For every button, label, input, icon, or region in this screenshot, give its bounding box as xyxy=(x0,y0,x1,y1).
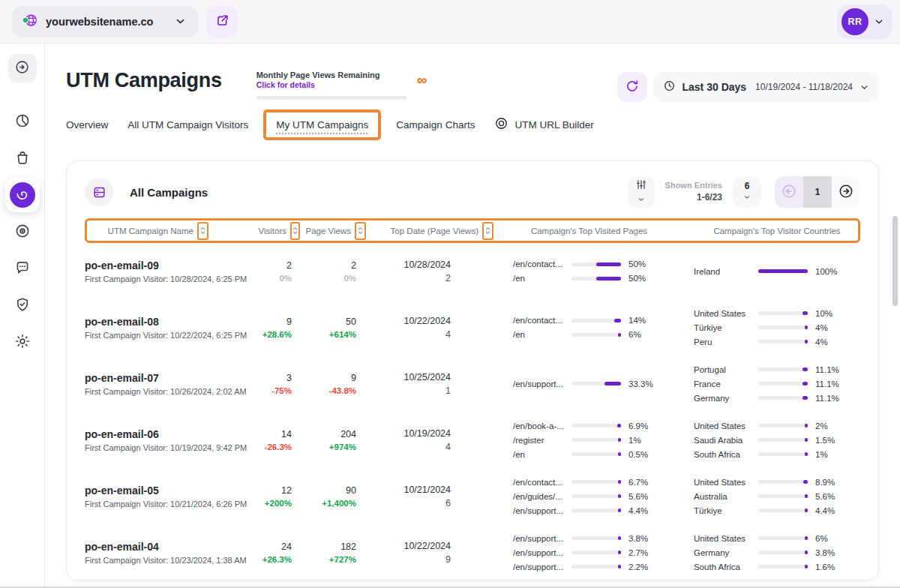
top-date-views: 6 xyxy=(368,498,451,508)
column-filter-button[interactable] xyxy=(628,176,655,208)
page-label: /en/contact... xyxy=(513,478,566,487)
tab-campaign-charts[interactable]: Campaign Charts xyxy=(396,119,475,130)
external-link-icon xyxy=(215,14,230,30)
page-stat-row: /en 6% xyxy=(513,330,661,339)
top-date-views: 1 xyxy=(368,386,451,396)
page-bar-fill xyxy=(618,480,621,484)
page-bar-fill xyxy=(596,262,621,266)
first-campaign-visitor: First Campaign Visitor: 10/19/2024, 9:42… xyxy=(85,443,257,452)
scrollbar-thumb[interactable] xyxy=(892,216,898,306)
country-bar-fill xyxy=(803,480,808,484)
top-pages-cell: /en/support... 3.8% /en/support... 2.7% … xyxy=(492,534,661,572)
sidebar-item-settings[interactable] xyxy=(4,324,40,361)
page-percent: 5.6% xyxy=(628,492,648,501)
sidebar-item-behaviour[interactable] xyxy=(4,177,40,214)
page-bar-track xyxy=(572,262,621,266)
country-percent: 4.4% xyxy=(815,506,835,515)
page-percent: 2.7% xyxy=(628,548,648,557)
page-stat-row: /en 0.5% xyxy=(513,450,661,459)
top-date-views: 4 xyxy=(368,329,451,340)
visitors-count: 9 xyxy=(257,316,292,327)
country-stat-row: Türkiye 4% xyxy=(694,323,860,332)
country-percent: 1.6% xyxy=(815,562,835,572)
page-label: /en/support... xyxy=(513,380,566,388)
top-date: 10/25/2024 xyxy=(368,372,451,382)
chevron-down-icon xyxy=(874,16,884,27)
country-label: Portugal xyxy=(694,365,752,374)
refresh-button[interactable] xyxy=(617,72,647,102)
page-size-selector[interactable]: 6 xyxy=(733,176,761,208)
campaign-name-cell: po-en-email-06 First Campaign Visitor: 1… xyxy=(85,428,257,452)
country-bar-track xyxy=(758,396,808,400)
next-page-button[interactable] xyxy=(832,176,860,208)
page-bar-fill xyxy=(604,382,621,386)
sidebar-item-recordings[interactable] xyxy=(4,214,40,250)
sidebar-item-ecommerce[interactable] xyxy=(4,140,40,177)
country-bar-track xyxy=(758,368,808,371)
sort-icon[interactable] xyxy=(482,222,494,240)
settings-gear-icon xyxy=(14,333,31,352)
sidebar-item-feedback[interactable] xyxy=(4,250,40,287)
top-date-cell: 10/25/2024 1 xyxy=(368,372,492,396)
page-bar-fill xyxy=(614,319,621,322)
page-percent: 50% xyxy=(628,260,646,268)
top-date: 10/19/2024 xyxy=(368,428,451,439)
page-views-count: 9 xyxy=(302,373,356,383)
page-views-change: +727% xyxy=(302,555,356,564)
page-stat-row: /en/support... 2.2% xyxy=(513,562,661,572)
tab-my-utm-campaigns[interactable]: My UTM Campaigns xyxy=(276,119,368,130)
quota-details-link[interactable]: Click for details xyxy=(256,80,406,89)
date-range-picker[interactable]: Last 30 Days 10/19/2024 - 11/18/2024 xyxy=(653,72,880,102)
page-views-cell: 2 0% xyxy=(302,260,368,283)
sidebar-item-dashboard[interactable] xyxy=(8,54,37,82)
sort-icon[interactable] xyxy=(355,222,366,240)
sort-icon[interactable] xyxy=(197,222,208,240)
tab-utm-url-builder[interactable]: UTM URL Builder xyxy=(494,116,593,133)
tab-overview[interactable]: Overview xyxy=(66,119,108,130)
country-percent: 4% xyxy=(815,338,828,346)
page-stat-row: /en/contact... 14% xyxy=(513,316,661,325)
user-menu[interactable]: RR xyxy=(837,4,892,39)
country-percent: 11.1% xyxy=(815,394,839,403)
current-page: 1 xyxy=(803,176,832,208)
open-website-button[interactable] xyxy=(206,6,238,38)
visitors-cell: 24 +26.3% xyxy=(257,542,302,564)
website-selector[interactable]: yourwebsitename.co xyxy=(12,6,198,38)
country-bar-track xyxy=(758,452,808,456)
country-percent: 5.6% xyxy=(815,492,835,501)
sidebar-item-privacy[interactable] xyxy=(4,287,40,324)
tab-all-utm-campaign-visitors[interactable]: All UTM Campaign Visitors xyxy=(128,119,248,130)
page-bar-track xyxy=(572,452,621,456)
table-row: po-en-email-09 First Campaign Visitor: 1… xyxy=(85,243,860,299)
campaign-name: po-en-email-04 xyxy=(85,541,257,553)
page-label: /en xyxy=(513,274,566,283)
page-label: /en/support... xyxy=(513,506,566,515)
page-views-change: -43.8% xyxy=(302,386,356,395)
country-stat-row: Portugal 11.1% xyxy=(694,365,860,374)
page-percent: 14% xyxy=(628,316,646,325)
country-label: Australia xyxy=(694,492,752,501)
page-percent: 6.9% xyxy=(628,422,648,430)
globe-favicon-icon xyxy=(22,12,38,32)
page-stat-row: /en/support... 3.8% xyxy=(513,534,661,543)
page-stat-row: /en/contact... 50% xyxy=(513,260,661,268)
arrow-right-circle-icon xyxy=(838,183,854,202)
page-label: /en/support... xyxy=(513,548,566,557)
page-label: /register xyxy=(513,436,566,445)
page-label: /en/guides/... xyxy=(513,492,566,501)
previous-page-button[interactable] xyxy=(775,176,803,208)
campaign-name: po-en-email-08 xyxy=(85,316,257,328)
country-label: United States xyxy=(694,534,752,543)
page-stat-row: /en/support... 2.7% xyxy=(513,548,661,557)
quota-progress-bar xyxy=(256,96,406,100)
country-label: France xyxy=(694,380,752,388)
sort-icon[interactable] xyxy=(290,222,300,240)
database-icon xyxy=(85,178,113,206)
top-date-cell: 10/21/2024 6 xyxy=(368,484,492,508)
sidebar-item-statistics[interactable] xyxy=(4,104,40,140)
page-label: /en/support... xyxy=(513,534,566,543)
pagination: 1 xyxy=(775,176,860,208)
panel-toggle-icon xyxy=(14,59,30,77)
main-content: UTM Campaigns Monthly Page Views Remaini… xyxy=(45,44,900,588)
annotation-box-table-header: UTM Campaign Name Visitors Page Views To… xyxy=(85,218,860,243)
